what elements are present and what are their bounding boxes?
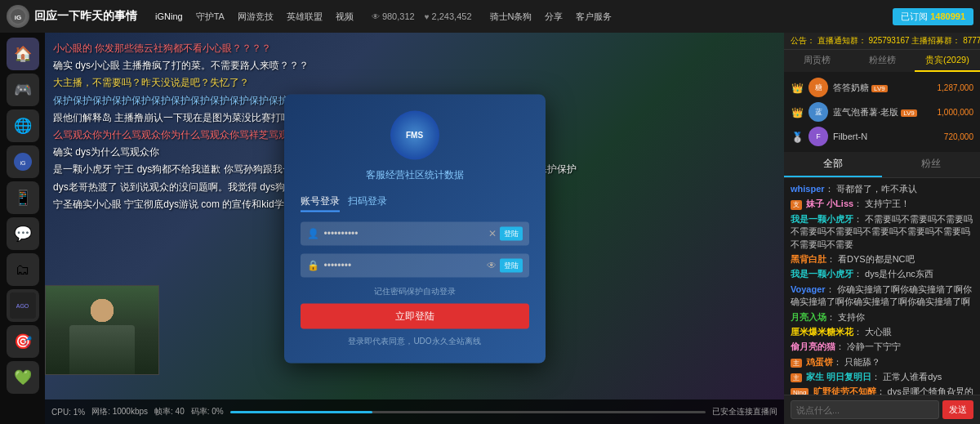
tab-account-login[interactable]: 账号登录 (301, 194, 340, 212)
stream-controls: CPU: 1% 网络: 1000kbps 帧率: 40 码率: 0% 已安全连接… (45, 399, 784, 424)
crown-icon-1: 👑 (791, 83, 804, 94)
nav-stats: 👁 980,312 ♥ 2,243,452 (372, 11, 472, 21)
chat-send-button[interactable]: 发送 (942, 400, 973, 419)
chat-text-9: 只能舔？ (844, 357, 880, 367)
dialog-btn-row: 立即登陆 (301, 303, 529, 328)
chat-text-10: 正常人谁看dys (883, 372, 942, 382)
rank-name-3: Filbert-N (833, 132, 939, 141)
chat-user-1: 妹子 小Liss (806, 199, 853, 208)
eye-icon: 👁 (372, 12, 380, 21)
login-button[interactable]: 立即登陆 (301, 303, 529, 328)
chat-text-3: 看DYS的都是NC吧 (838, 254, 915, 264)
lock-icon: 🔒 (307, 260, 319, 271)
chat-user-5: Voyager (791, 284, 826, 294)
announce-bar: 公告： 直播通知群： 925793167 主播招募群： 87777 (784, 33, 980, 50)
nav-item-streamer[interactable]: iGNing (150, 10, 188, 23)
danmaku-1: 小心眼的 你发那些德云社狗都不看小心眼？？？？ (53, 41, 776, 56)
stream-area: 小心眼的 你发那些德云社狗都不看小心眼？？？？ 确实 dys小心眼 主播撸疯了打… (45, 33, 784, 424)
svg-text:iG: iG (15, 14, 21, 21)
password-input-wrap[interactable]: 🔒 👁 登陆 (301, 253, 529, 277)
chat-user-4: 我是一颗小虎牙 (791, 269, 853, 279)
support-badge-1: 支 (791, 200, 802, 209)
rank-tab-fans[interactable]: 粉丝榜 (849, 50, 915, 72)
chat-input-row: 发送 (791, 400, 973, 419)
fps-stat: 帧率: 40 (154, 406, 185, 417)
login-submit-small[interactable]: 登陆 (500, 226, 523, 240)
nav-item-esports[interactable]: 网游竞技 (233, 9, 278, 25)
user-icon: 👤 (307, 228, 319, 239)
rank-list: 👑 糖 答答奶糖 LV9 1,287,000 👑 蓝 蓝气泡番薯·老版 LV9 (784, 72, 980, 152)
tab-qr-login[interactable]: 扫码登录 (348, 194, 387, 212)
nav-item-video[interactable]: 视频 (331, 9, 359, 25)
eye-icon[interactable]: 👁 (487, 260, 497, 271)
chat-msg-3: 黑背白肚： 看DYS的都是NC吧 (791, 253, 973, 266)
sidebar-esports-icon[interactable]: 🎮 (7, 74, 39, 106)
chat-user-6: 月亮入场 (791, 312, 826, 322)
sidebar-ago-icon[interactable]: AGO (7, 289, 39, 322)
password-field: 🔒 👁 登陆 (301, 253, 529, 277)
chat-msg-2: 我是一颗小虎牙： 不需要吗不需要吗不需要吗不需要吗不需要吗不需要吗不需要吗不需要… (791, 213, 973, 251)
sidebar-logo-icon[interactable]: iG (7, 145, 39, 178)
rank-tab-weekly[interactable]: 周贡榜 (784, 50, 849, 72)
network-stat: 网络: 1000kbps (91, 406, 148, 417)
chat-text-0: 哥都督了，咋不承认 (836, 184, 917, 194)
main-content: 🏠 🎮 🌐 iG 📱 💬 🗂 AGO 🎯 💚 小心眼的 你发那些德云社狗都不看小… (0, 33, 980, 424)
bitrate-stat: 码率: 0% (191, 406, 224, 417)
password-submit-small[interactable]: 登陆 (500, 258, 523, 272)
sidebar-app2-icon[interactable]: 💬 (7, 217, 39, 250)
rank-score-1: 1,287,000 (938, 83, 974, 92)
sidebar-game-icon[interactable]: 🎯 (7, 325, 39, 358)
ning-badge-11: Ning (791, 388, 808, 395)
login-dialog: FMS 客服经营社区统计数据 账号登录 扫码登录 👤 ✕ 登陆 (284, 94, 546, 363)
rank-avatar-1: 糖 (808, 78, 828, 97)
report-btn[interactable]: 客户服务 (571, 9, 617, 25)
chat-text-8: 冷静一下宁宁 (847, 341, 901, 351)
progress-bar (230, 411, 706, 413)
password-input[interactable] (324, 260, 487, 271)
username-input-wrap[interactable]: 👤 ✕ 登陆 (301, 221, 529, 245)
rank-tabs: 周贡榜 粉丝榜 贵宾(2029) (784, 50, 980, 72)
rank-avatar-3: F (808, 127, 828, 146)
rank-item-1: 👑 糖 答答奶糖 LV9 1,287,000 (791, 75, 973, 100)
announce-label: 公告： (791, 36, 815, 45)
username-input[interactable] (324, 228, 488, 239)
announce-group1: 925793167 (869, 36, 910, 45)
chat-user-11: 旷野徒劳不知醉 (813, 386, 876, 395)
chat-input[interactable] (791, 400, 939, 419)
chat-user-9: 鸡蛋饼 (806, 357, 833, 367)
rank-num-3: 🥈 (791, 129, 804, 144)
chat-text-1: 支持宁王！ (865, 199, 910, 208)
sidebar-app3-icon[interactable]: 🗂 (7, 253, 39, 286)
crown-icon-2: 👑 (791, 107, 804, 118)
right-nav: 已订阅 1480991 (893, 8, 973, 25)
sidebar-app1-icon[interactable]: 📱 (7, 181, 39, 214)
chat-tab-all[interactable]: 全部 (784, 152, 882, 177)
host-badge-9: 主 (791, 359, 802, 368)
knight-label[interactable]: 骑士N条狗 (485, 9, 537, 25)
follow-button[interactable]: 已订阅 1480991 (893, 8, 973, 25)
like-count: ♥ 2,243,452 (425, 11, 472, 21)
remember-text: 记住密码保护自动登录 (301, 285, 529, 297)
sidebar-weixin-icon[interactable]: 💚 (7, 361, 39, 394)
nav-item-guard[interactable]: 守护TA (191, 9, 229, 25)
rank-tab-vip[interactable]: 贵宾(2029) (915, 50, 980, 72)
streamer-cam (46, 286, 158, 374)
sidebar-edge-icon[interactable]: 🌐 (7, 109, 39, 142)
chat-msg-5: Voyager： 你确实撞墙了啊你确实撞墙了啊你确实撞墙了啊你确实撞墙了啊你确实… (791, 283, 973, 309)
chat-user-7: 厘米爆米糖米花 (791, 327, 853, 337)
online-status: 已安全连接直播间 (712, 406, 777, 417)
dialog-header: 客服经营社区统计数据 (301, 167, 529, 181)
nav-item-lol[interactable]: 英雄联盟 (282, 9, 327, 25)
cpu-stat: CPU: 1% (51, 408, 85, 417)
chat-msg-7: 厘米爆米糖米花： 大心眼 (791, 326, 973, 338)
clear-icon[interactable]: ✕ (488, 228, 497, 239)
right-sidebar: 公告： 直播通知群： 925793167 主播招募群： 87777 周贡榜 粉丝… (784, 33, 980, 424)
sidebar-home-icon[interactable]: 🏠 (7, 38, 39, 70)
stream-actions: 骑士N条狗 分享 客户服务 (485, 9, 617, 25)
chat-msg-11: Ning 旷野徒劳不知醉： dys是哪个犄角旮旯的东西？ (791, 386, 973, 395)
agreement-text: 登录即代表同意，UDO永久全站离线 (301, 335, 529, 346)
rank-badge-1: LV9 (871, 85, 888, 92)
announce-space: 主播招募群： (911, 36, 960, 45)
share-btn[interactable]: 分享 (540, 9, 568, 25)
chat-tab-fans[interactable]: 粉丝 (882, 152, 980, 177)
